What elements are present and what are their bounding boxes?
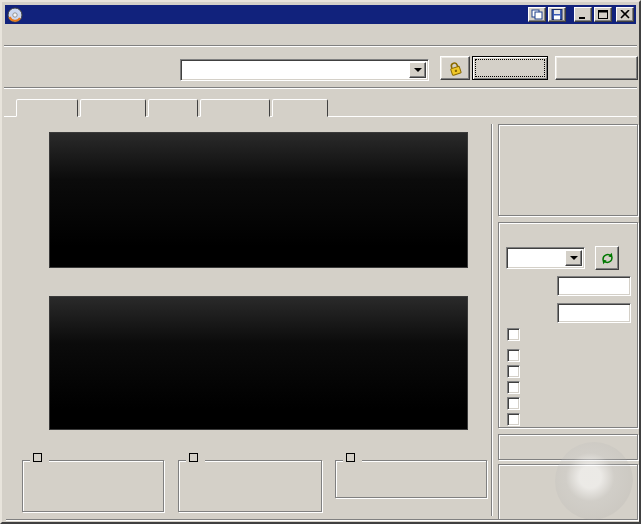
drive-select[interactable] — [180, 59, 429, 81]
app-window — [0, 0, 641, 524]
jitter-swatch — [346, 453, 355, 462]
jitter-stats-group — [335, 460, 487, 498]
close-button[interactable] — [616, 7, 634, 22]
tab-disc-info[interactable] — [148, 99, 198, 117]
start-button[interactable] — [472, 56, 548, 80]
refresh-icon — [600, 251, 615, 266]
menu-extra[interactable] — [42, 34, 60, 36]
pi-failures-stats-group — [178, 460, 322, 512]
tab-disc-quality[interactable] — [200, 99, 270, 117]
lock-icon — [447, 60, 463, 76]
disc-info-group — [498, 124, 638, 216]
quality-score-box — [498, 434, 638, 460]
quick-scan-checkbox[interactable] — [507, 328, 525, 341]
checkbox-box — [507, 328, 520, 341]
progress-box — [498, 464, 638, 520]
tab-scandisc[interactable] — [272, 99, 328, 117]
checkbox-box — [507, 365, 520, 378]
drive-lock-button[interactable] — [440, 56, 470, 80]
exit-button[interactable] — [555, 56, 638, 80]
speed-select[interactable] — [506, 247, 585, 269]
show-jitter-checkbox[interactable] — [507, 381, 525, 394]
drive-select-arrow-button[interactable] — [409, 62, 426, 78]
checkbox-box — [507, 349, 520, 362]
menu-run-test[interactable] — [24, 34, 42, 36]
checkbox-box — [507, 381, 520, 394]
refresh-speeds-button[interactable] — [595, 246, 619, 270]
show-c2-pif-checkbox[interactable] — [507, 365, 525, 378]
start-position-input[interactable] — [557, 276, 631, 296]
chevron-down-icon — [414, 68, 422, 72]
tab-benchmark[interactable] — [16, 99, 78, 117]
titlebar — [5, 5, 636, 24]
tab-create-disc[interactable] — [80, 99, 146, 117]
menu-file[interactable] — [6, 34, 24, 36]
show-write-speed-checkbox — [507, 413, 525, 426]
checkbox-box — [507, 397, 520, 410]
minimize-button[interactable] — [574, 7, 592, 22]
chevron-down-icon — [570, 256, 578, 260]
menu-help[interactable] — [60, 34, 78, 36]
pi-errors-stats-group — [22, 460, 164, 512]
checkbox-box — [507, 413, 520, 426]
pi-failures-swatch — [189, 453, 198, 462]
show-read-speed-checkbox[interactable] — [507, 397, 525, 410]
separator — [6, 519, 635, 521]
pi-errors-chart — [49, 132, 468, 268]
panel-divider — [491, 124, 493, 516]
maximize-button[interactable] — [594, 7, 612, 22]
separator — [4, 87, 637, 89]
pi-errors-swatch — [33, 453, 42, 462]
settings-group — [498, 222, 638, 428]
show-c1-pie-checkbox[interactable] — [507, 349, 525, 362]
screenshot-button[interactable] — [528, 7, 546, 22]
menubar — [6, 26, 635, 44]
end-position-input[interactable] — [557, 303, 631, 323]
save-button[interactable] — [548, 7, 566, 22]
speed-select-arrow-button[interactable] — [565, 250, 582, 266]
pif-jitter-chart — [49, 296, 468, 430]
app-icon — [7, 7, 23, 23]
separator — [4, 45, 637, 47]
